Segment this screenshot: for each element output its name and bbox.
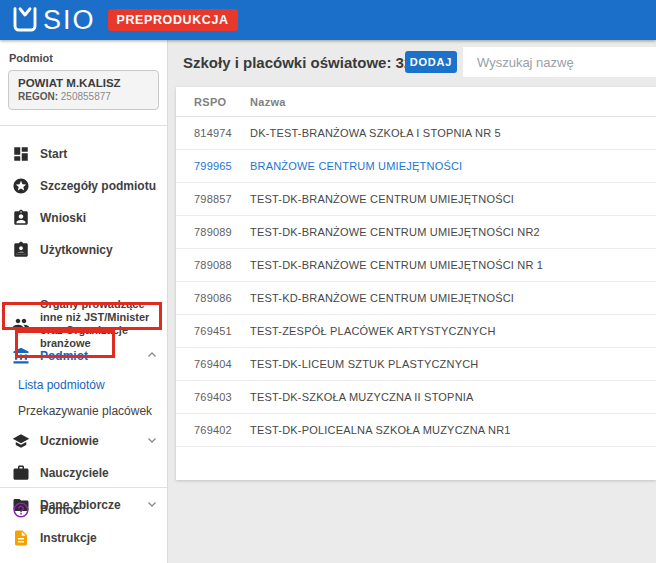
entity-card: POWIAT M.KALISZ REGON: 250855877 bbox=[8, 70, 159, 110]
column-header-nazwa: Nazwa bbox=[250, 96, 656, 108]
entity-name: POWIAT M.KALISZ bbox=[18, 76, 149, 90]
environment-badge: PREPRODUKCJA bbox=[108, 9, 238, 31]
table-row[interactable]: 769402 TEST-DK-POLICEALNA SZKOŁA MUZYCZN… bbox=[176, 414, 656, 447]
sidebar-item-przekazywanie-placowek[interactable]: Przekazywanie placówek bbox=[0, 398, 168, 424]
table-row[interactable]: 814974 DK-TEST-BRANŻOWA SZKOŁA I STOPNIA… bbox=[176, 117, 656, 150]
cell-nazwa: TEST-DK-BRANŻOWE CENTRUM UMIEJĘTNOŚCI NR… bbox=[250, 226, 656, 238]
cell-rspo: 814974 bbox=[194, 127, 250, 139]
regon-label: REGON: bbox=[18, 91, 58, 102]
table-row[interactable]: 789088 TEST-DK-BRANŻOWE CENTRUM UMIEJĘTN… bbox=[176, 249, 656, 282]
cell-rspo: 798857 bbox=[194, 193, 250, 205]
help-icon bbox=[12, 501, 30, 519]
sidebar-divider bbox=[0, 487, 167, 488]
sidebar-section-label: Podmiot bbox=[9, 52, 53, 64]
logo-text: SIO bbox=[43, 7, 96, 34]
add-button[interactable]: DODAJ bbox=[405, 51, 457, 73]
sidebar-item-uzytkownicy[interactable]: Użytkownicy bbox=[0, 234, 168, 266]
cell-nazwa: DK-TEST-BRANŻOWA SZKOŁA I STOPNIA NR 5 bbox=[250, 127, 656, 139]
cell-nazwa: TEST-ZESPÓŁ PLACÓWEK ARTYSTYCZNYCH bbox=[250, 325, 656, 337]
sidebar-item-label: Podmiot bbox=[40, 350, 88, 363]
sidebar-item-label: Uczniowie bbox=[40, 435, 99, 448]
dashboard-icon bbox=[12, 145, 30, 163]
table-row[interactable]: 789086 TEST-KD-BRANŻOWE CENTRUM UMIEJĘTN… bbox=[176, 282, 656, 315]
regon-value: 250855877 bbox=[61, 91, 111, 102]
assignment-person-icon bbox=[12, 209, 30, 227]
sidebar-item-uczniowie[interactable]: Uczniowie bbox=[0, 426, 168, 456]
chevron-down-icon bbox=[146, 432, 158, 450]
sidebar-item-label: Instrukcje bbox=[40, 532, 97, 545]
bank-icon bbox=[12, 347, 30, 365]
sidebar-item-lista-podmiotow[interactable]: Lista podmiotów bbox=[0, 372, 168, 398]
sidebar-item-start[interactable]: Start bbox=[0, 138, 168, 170]
sidebar-item-szczegoly-podmiotu[interactable]: Szczegóły podmiotu bbox=[0, 170, 168, 202]
cell-rspo: 769403 bbox=[194, 391, 250, 403]
cell-rspo: 769451 bbox=[194, 325, 250, 337]
entity-regon: REGON: 250855877 bbox=[18, 90, 149, 103]
sidebar-item-wnioski[interactable]: Wnioski bbox=[0, 202, 168, 234]
cell-rspo: 789086 bbox=[194, 292, 250, 304]
sidebar-item-label: Wnioski bbox=[40, 212, 86, 225]
cell-nazwa: TEST-DK-POLICEALNA SZKOŁA MUZYCZNA NR1 bbox=[250, 424, 656, 436]
sidebar-item-label: Szczegóły podmiotu bbox=[40, 180, 156, 193]
schools-table-card: RSPO Nazwa 814974 DK-TEST-BRANŻOWA SZKOŁ… bbox=[176, 87, 656, 480]
cell-nazwa: TEST-DK-BRANŻOWE CENTRUM UMIEJĘTNOŚCI bbox=[250, 193, 656, 205]
sidebar-item-label: Pomoc bbox=[40, 504, 80, 517]
briefcase-icon bbox=[12, 464, 30, 482]
table-row[interactable]: 769403 TEST-DK-SZKOŁA MUZYCZNA II STOPNI… bbox=[176, 381, 656, 414]
sidebar-divider bbox=[0, 125, 167, 126]
cell-rspo: 799965 bbox=[194, 160, 250, 172]
cell-nazwa: TEST-KD-BRANŻOWE CENTRUM UMIEJĘTNOŚCI bbox=[250, 292, 656, 304]
sidebar-item-label: Przekazywanie placówek bbox=[18, 404, 152, 418]
sidebar-item-podmiot[interactable]: Podmiot bbox=[0, 342, 168, 370]
sidebar: Podmiot POWIAT M.KALISZ REGON: 250855877… bbox=[0, 40, 168, 563]
cell-nazwa: TEST-DK-SZKOŁA MUZYCZNA II STOPNIA bbox=[250, 391, 656, 403]
sidebar-item-instrukcje[interactable]: Instrukcje bbox=[0, 524, 168, 552]
page-title: Szkoły i placówki oświatowe: 324 bbox=[183, 54, 421, 71]
cell-nazwa: TEST-DK-BRANŻOWE CENTRUM UMIEJĘTNOŚCI NR… bbox=[250, 259, 656, 271]
topbar: SIO PREPRODUKCJA bbox=[0, 0, 656, 40]
sio-logo[interactable]: SIO bbox=[10, 5, 96, 35]
table-row[interactable]: 789089 TEST-DK-BRANŻOWE CENTRUM UMIEJĘTN… bbox=[176, 216, 656, 249]
user-badge-icon bbox=[12, 241, 30, 259]
sidebar-item-organy-prowadzace[interactable]: Organy prowadzące inne niż JST/Minister … bbox=[0, 302, 168, 346]
table-row[interactable]: 769451 TEST-ZESPÓŁ PLACÓWEK ARTYSTYCZNYC… bbox=[176, 315, 656, 348]
table-header-row: RSPO Nazwa bbox=[176, 87, 656, 117]
star-circle-icon bbox=[12, 177, 30, 195]
sidebar-item-label: Nauczyciele bbox=[40, 467, 109, 480]
cell-rspo: 789088 bbox=[194, 259, 250, 271]
table-row[interactable]: 769404 TEST-DK-LICEUM SZTUK PLASTYCZNYCH bbox=[176, 348, 656, 381]
document-icon bbox=[12, 529, 30, 547]
sidebar-item-label: Start bbox=[40, 148, 67, 161]
table-row[interactable]: 798857 TEST-DK-BRANŻOWE CENTRUM UMIEJĘTN… bbox=[176, 183, 656, 216]
sidebar-item-pomoc[interactable]: Pomoc bbox=[0, 496, 168, 524]
cell-rspo: 789089 bbox=[194, 226, 250, 238]
people-icon bbox=[12, 315, 30, 333]
sidebar-item-label: Lista podmiotów bbox=[18, 378, 105, 392]
graduation-cap-icon bbox=[12, 432, 30, 450]
sidebar-item-label: Użytkownicy bbox=[40, 244, 113, 257]
search-input[interactable] bbox=[463, 47, 656, 77]
chevron-up-icon bbox=[146, 347, 158, 365]
column-header-rspo: RSPO bbox=[194, 96, 250, 108]
cell-rspo: 769402 bbox=[194, 424, 250, 436]
sidebar-item-nauczyciele[interactable]: Nauczyciele bbox=[0, 458, 168, 488]
table-row-highlighted[interactable]: 799965 BRANŻOWE CENTRUM UMIEJĘTNOŚCI bbox=[176, 150, 656, 183]
open-book-logo-icon bbox=[10, 5, 40, 35]
cell-nazwa: BRANŻOWE CENTRUM UMIEJĘTNOŚCI bbox=[250, 160, 656, 172]
cell-rspo: 769404 bbox=[194, 358, 250, 370]
cell-nazwa: TEST-DK-LICEUM SZTUK PLASTYCZNYCH bbox=[250, 358, 656, 370]
